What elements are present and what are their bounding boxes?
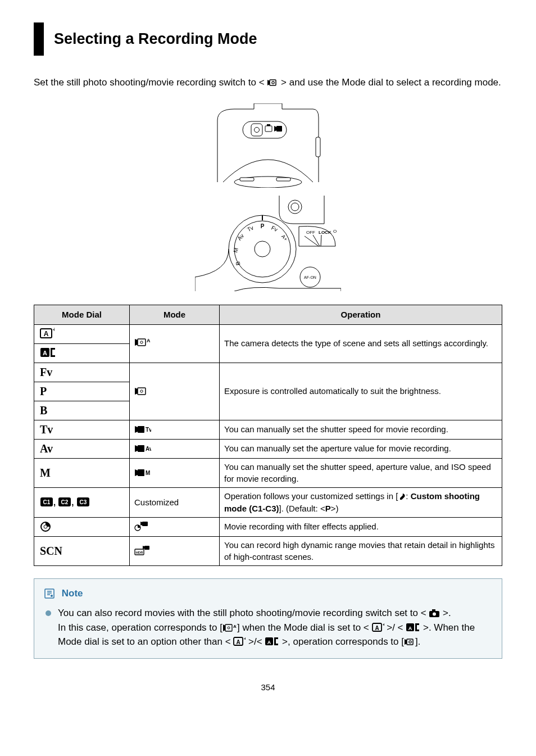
svg-rect-47 [138, 388, 146, 395]
note-text: In this case, operation corresponds to [ [58, 622, 222, 633]
op-tv: You can manually set the shutter speed f… [220, 420, 502, 439]
svg-rect-12 [316, 137, 320, 157]
svg-point-2 [272, 82, 274, 84]
movie-camera-icon [267, 78, 278, 87]
mode-customized: Customized [130, 488, 220, 518]
svg-point-84 [228, 627, 230, 629]
svg-text:LOCK: LOCK [319, 230, 331, 235]
wrench-icon [398, 493, 406, 501]
svg-point-66 [44, 525, 47, 528]
table-row: Movie recording with filter effects appl… [34, 517, 502, 536]
page-number: 354 [34, 681, 502, 694]
col-header-mode: Mode [130, 305, 220, 324]
svg-marker-83 [223, 624, 225, 631]
page-title: Selecting a Recording Mode [54, 28, 502, 50]
table-row: Av Av You can manually set the aperture … [34, 439, 502, 458]
dial-tv: Tv [34, 420, 130, 439]
dial-scn: SCN [34, 536, 130, 566]
note-icon [44, 588, 54, 599]
svg-marker-69 [140, 522, 142, 526]
note-text: ] when the Mode dial is set to < [237, 622, 372, 633]
table-row: M M You can manually set the shutter spe… [34, 458, 502, 488]
svg-rect-74 [45, 589, 54, 598]
svg-rect-68 [142, 522, 148, 526]
aplus-box-icon: A+ [372, 622, 384, 632]
intro-text-pre: Set the still photo shooting/movie recor… [34, 77, 267, 88]
svg-marker-73 [143, 546, 144, 549]
op-scn: You can record high dynamic range movies… [220, 536, 502, 566]
table-row: C1, C2, C3 Customized Operation follows … [34, 488, 502, 518]
note-text: >/< [246, 636, 265, 647]
dial-fv: Fv [34, 363, 130, 382]
svg-rect-0 [270, 80, 276, 85]
svg-point-26 [255, 241, 270, 257]
svg-text:C3: C3 [79, 499, 87, 505]
still-camera-icon [429, 609, 440, 618]
svg-rect-80 [432, 609, 435, 611]
mode-movie-m-icon: M [130, 458, 220, 488]
mode-movie-tv-icon: Tv [130, 420, 220, 439]
svg-text:A: A [44, 330, 49, 338]
intro-text-post: > and use the Mode dial to select a reco… [281, 77, 501, 88]
table-row: Fv Exposure is controlled automatically … [34, 363, 502, 382]
dial-b: B [34, 401, 130, 420]
svg-marker-51 [135, 426, 138, 433]
svg-text:A: A [237, 639, 240, 645]
table-row: A+ A+ The camera detects the type of sce… [34, 324, 502, 343]
svg-text:A: A [408, 626, 412, 631]
table-row: Tv Tv You can manually set the shutter s… [34, 420, 502, 439]
illustration-block: OFF LOCK O P Tv Av M B Fv A+ AF-ON [34, 103, 502, 291]
svg-rect-40 [138, 339, 146, 346]
dial-m: M [34, 458, 130, 488]
op-m: You can manually set the shutter speed, … [220, 458, 502, 488]
svg-text:HDR: HDR [136, 551, 144, 554]
table-row: SCN HDR You can record high dynamic rang… [34, 536, 502, 566]
mode-movie-av-icon: Av [130, 439, 220, 458]
svg-rect-14 [276, 178, 290, 181]
col-header-dial: Mode Dial [34, 305, 130, 324]
svg-marker-41 [135, 339, 138, 346]
op-av: You can manually set the aperture value … [220, 439, 502, 458]
svg-marker-54 [135, 445, 138, 452]
svg-point-99 [409, 641, 411, 643]
svg-text:+: + [53, 327, 54, 333]
mode-movie-generic-icon [130, 363, 220, 420]
svg-rect-56 [138, 469, 144, 476]
movie-aplus-icon: A+ [222, 623, 237, 632]
abracket-icon: A [406, 622, 420, 632]
abracket-icon: A [265, 636, 279, 646]
op-auto-exposure: Exposure is controlled automatically to … [220, 363, 502, 420]
svg-text:P: P [261, 223, 265, 229]
svg-rect-3 [209, 103, 327, 188]
svg-rect-97 [407, 639, 413, 645]
svg-rect-5 [251, 124, 262, 136]
note-bullet: You can also record movies with the stil… [44, 606, 492, 621]
svg-text:C1: C1 [43, 499, 51, 505]
camera-switch-illustration [209, 103, 327, 188]
svg-rect-82 [225, 624, 232, 631]
op-custom: Operation follows your customized settin… [220, 488, 502, 518]
note-label: Note [62, 588, 83, 599]
mode-dial-illustration: OFF LOCK O P Tv Av M B Fv A+ AF-ON [195, 196, 341, 291]
svg-rect-53 [138, 445, 144, 452]
svg-text:A: A [375, 625, 379, 631]
svg-marker-57 [135, 469, 138, 476]
note-heading: Note [44, 587, 492, 601]
svg-rect-72 [144, 546, 149, 550]
svg-point-49 [140, 390, 143, 392]
dial-abracket-icon: A [34, 343, 130, 363]
op-auto-scene: The camera detects the type of scene and… [220, 324, 502, 363]
intro-paragraph: Set the still photo shooting/movie recor… [34, 76, 502, 90]
note-body: You can also record movies with the stil… [44, 606, 492, 649]
svg-text:A: A [43, 350, 47, 356]
note-text: ]. [415, 636, 420, 647]
note-text: >. [443, 608, 451, 618]
dial-av: Av [34, 439, 130, 458]
mode-table: Mode Dial Mode Operation A+ A+ The camer… [34, 305, 502, 566]
movie-camera-icon [404, 637, 415, 646]
dial-aplus-icon: A+ [34, 324, 130, 343]
page-title-block: Selecting a Recording Mode [34, 22, 502, 56]
col-header-operation: Operation [220, 305, 502, 324]
svg-rect-50 [138, 426, 144, 433]
svg-text:Av: Av [146, 446, 151, 452]
